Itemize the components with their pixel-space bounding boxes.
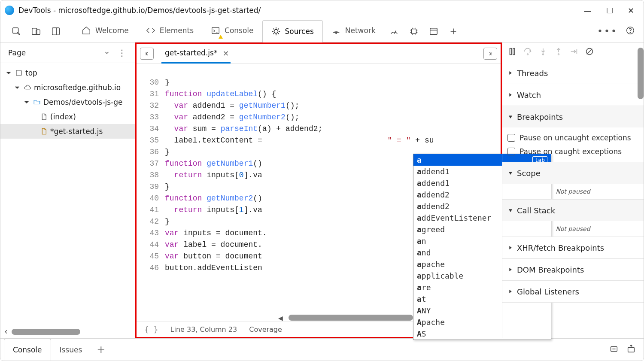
navigator-tab-page[interactable]: Page bbox=[8, 49, 26, 57]
step-button[interactable] bbox=[569, 47, 579, 58]
add-tab-button[interactable] bbox=[444, 20, 463, 42]
tree-item-domain[interactable]: microsoftedge.github.io bbox=[0, 80, 135, 95]
window-minimize-button[interactable]: — bbox=[584, 6, 592, 15]
inspect-element-button[interactable] bbox=[6, 20, 26, 42]
editor-file-tab[interactable]: get-started.js* × bbox=[161, 44, 231, 64]
device-toolbar-button[interactable] bbox=[26, 20, 46, 42]
svg-point-20 bbox=[558, 54, 559, 55]
section-threads[interactable]: Threads bbox=[502, 62, 644, 84]
folder-icon bbox=[33, 98, 41, 106]
tree-item-folder[interactable]: Demos/devtools-js-ge bbox=[0, 95, 135, 109]
svg-rect-17 bbox=[513, 49, 515, 55]
svg-rect-13 bbox=[16, 70, 21, 76]
coverage-label: Coverage bbox=[249, 325, 282, 334]
scope-not-paused: Not paused bbox=[502, 184, 644, 199]
section-breakpoints[interactable]: Breakpoints bbox=[502, 106, 644, 127]
svg-point-7 bbox=[336, 33, 337, 33]
scroll-left-icon[interactable]: ◀ bbox=[278, 315, 284, 321]
tree-item-index[interactable]: (index) bbox=[0, 109, 135, 124]
editor-hscroll-thumb[interactable] bbox=[289, 315, 413, 321]
editor-nav-forward-button[interactable] bbox=[483, 48, 497, 60]
svg-rect-16 bbox=[510, 49, 512, 55]
section-dom-breakpoints[interactable]: DOM Breakpoints bbox=[502, 259, 644, 280]
svg-line-23 bbox=[587, 49, 592, 55]
tree-item-getstarted-js[interactable]: *get-started.js bbox=[0, 124, 135, 139]
dock-side-button[interactable] bbox=[46, 20, 66, 42]
drawer-tab-console[interactable]: Console bbox=[4, 339, 51, 361]
tab-network[interactable]: Network bbox=[323, 20, 384, 42]
svg-rect-5 bbox=[212, 27, 219, 34]
navigator-pane: Page ⋮ top microsoftedge.github.io Demos… bbox=[0, 42, 135, 338]
line-gutter: 293031323334353637383940414243444546 bbox=[137, 64, 165, 322]
tab-application[interactable] bbox=[424, 20, 444, 42]
step-over-button[interactable] bbox=[523, 47, 532, 58]
editor-nav-back-button[interactable] bbox=[140, 48, 154, 60]
window-close-button[interactable]: ✕ bbox=[628, 6, 634, 15]
pause-button[interactable] bbox=[507, 47, 517, 58]
cloud-icon bbox=[24, 84, 31, 91]
js-file-icon bbox=[40, 127, 48, 135]
window-title: DevTools - microsoftedge.github.io/Demos… bbox=[18, 6, 261, 15]
section-callstack[interactable]: Call Stack bbox=[502, 200, 644, 221]
section-watch[interactable]: Watch bbox=[502, 84, 644, 106]
close-tab-button[interactable]: × bbox=[222, 49, 229, 58]
tab-elements[interactable]: Elements bbox=[137, 20, 202, 42]
window-maximize-button[interactable]: ☐ bbox=[606, 6, 613, 15]
main-toolbar: Welcome Elements Console Sources Network… bbox=[0, 20, 644, 42]
svg-rect-9 bbox=[430, 28, 437, 34]
callstack-not-paused: Not paused bbox=[502, 221, 644, 237]
drawer-add-tab-button[interactable]: + bbox=[91, 344, 111, 356]
cursor-position: Line 33, Column 23 bbox=[170, 325, 237, 334]
tab-welcome[interactable]: Welcome bbox=[73, 20, 137, 42]
pretty-print-button[interactable]: { } bbox=[144, 325, 158, 334]
checkbox-pause-uncaught[interactable]: Pause on uncaught exceptions bbox=[507, 131, 638, 145]
svg-rect-25 bbox=[628, 347, 635, 352]
devtools-app-icon bbox=[5, 6, 14, 15]
document-icon bbox=[40, 113, 48, 121]
drawer-issues-icon[interactable] bbox=[609, 344, 619, 355]
section-xhr-breakpoints[interactable]: XHR/fetch Breakpoints bbox=[502, 237, 644, 258]
section-global-listeners[interactable]: Global Listeners bbox=[502, 281, 644, 302]
drawer-collapse-icon[interactable] bbox=[626, 344, 636, 355]
scroll-left-icon[interactable] bbox=[3, 329, 9, 335]
svg-point-19 bbox=[543, 54, 544, 55]
section-scope[interactable]: Scope bbox=[502, 162, 644, 184]
svg-rect-3 bbox=[52, 27, 60, 35]
more-tools-button[interactable]: ••• bbox=[597, 26, 618, 36]
svg-rect-8 bbox=[411, 29, 416, 33]
svg-point-6 bbox=[274, 29, 278, 33]
tab-sources[interactable]: Sources bbox=[262, 20, 323, 42]
editor-pane: get-started.js* × 2930313233343536373839… bbox=[135, 42, 502, 338]
drawer: Console Issues + bbox=[0, 338, 644, 361]
editor-file-tab-label: get-started.js* bbox=[165, 49, 217, 57]
checkbox-pause-caught[interactable]: Pause on caught exceptions bbox=[507, 145, 638, 158]
step-out-button[interactable] bbox=[554, 47, 563, 58]
warning-indicator-icon bbox=[219, 35, 223, 39]
navigator-hscroll-thumb[interactable] bbox=[12, 329, 80, 335]
navigator-more-button[interactable]: ⋮ bbox=[118, 48, 127, 58]
help-button[interactable] bbox=[626, 26, 635, 36]
debugger-pane: Threads Watch Breakpoints Pause on uncau… bbox=[502, 42, 644, 338]
window-frame-icon bbox=[15, 69, 23, 77]
deactivate-breakpoints-button[interactable] bbox=[585, 47, 594, 58]
debugger-vscroll-thumb[interactable] bbox=[638, 48, 644, 99]
step-into-button[interactable] bbox=[538, 47, 548, 58]
tab-console[interactable]: Console bbox=[202, 20, 262, 42]
chevron-down-icon[interactable] bbox=[104, 50, 110, 56]
svg-point-12 bbox=[630, 32, 630, 33]
drawer-tab-issues[interactable]: Issues bbox=[51, 339, 91, 361]
tab-memory[interactable] bbox=[404, 20, 424, 42]
svg-point-18 bbox=[527, 54, 529, 55]
window-titlebar: DevTools - microsoftedge.github.io/Demos… bbox=[0, 0, 644, 20]
tree-item-top[interactable]: top bbox=[0, 66, 135, 80]
tab-performance[interactable] bbox=[384, 20, 404, 42]
